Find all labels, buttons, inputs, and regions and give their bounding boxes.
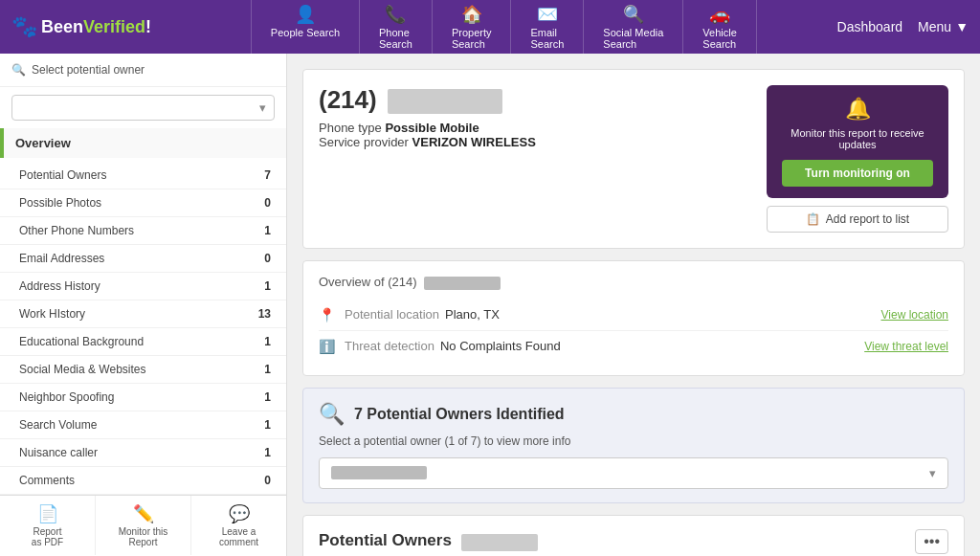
overview-label: Overview <box>15 136 71 150</box>
sidebar-item-email-addresses[interactable]: Email Addresses 0 <box>0 245 286 273</box>
email-icon: ✉️ <box>537 4 558 25</box>
phone-type-value: Possible Mobile <box>385 121 479 135</box>
sidebar-list: Potential Owners 7 Possible Photos 0 Oth… <box>0 162 286 495</box>
dashboard-link[interactable]: Dashboard <box>837 19 903 34</box>
nav-phone-label: PhoneSearch <box>379 27 412 50</box>
section-title-blur <box>461 534 538 551</box>
sidebar-item-count: 1 <box>264 335 271 348</box>
overview-title: Overview of (214) <box>319 275 948 290</box>
phone-type-row: Phone type Possible Mobile <box>319 121 536 135</box>
section-title: Potential Owners <box>319 531 452 549</box>
monitor-box: 🔔 Monitor this report to receive updates… <box>767 85 948 198</box>
sidebar-item-label: Address History <box>19 279 100 293</box>
phone-icon: 📞 <box>385 4 406 25</box>
location-value: Plano, TX <box>445 307 500 322</box>
sidebar-item-educational-background[interactable]: Educational Background 1 <box>0 328 286 356</box>
sidebar-item-count: 7 <box>264 168 271 182</box>
footer-pdf-label: Reportas PDF <box>32 526 63 547</box>
chevron-down-icon: ▾ <box>929 466 936 480</box>
sidebar-item-count: 0 <box>264 196 271 210</box>
footer-leave-comment[interactable]: 💬 Leave acomment <box>191 496 286 555</box>
nav-social-search[interactable]: 🔍 Social MediaSearch <box>584 0 683 56</box>
po-subtitle: Select a potential owner (1 of 7) to vie… <box>319 434 948 448</box>
section-header: Potential Owners ••• <box>319 529 948 554</box>
nav-phone-search[interactable]: 📞 PhoneSearch <box>360 0 433 56</box>
top-navigation: 🐾 BeenVerified! 👤 People Search 📞 PhoneS… <box>0 0 980 54</box>
phone-number: (214) <box>319 85 536 115</box>
phone-provider-row: Service provider VERIZON WIRELESS <box>319 135 536 149</box>
logo-been: Been <box>41 17 83 37</box>
sidebar-item-work-history[interactable]: Work HIstory 13 <box>0 300 286 328</box>
sidebar-item-count: 0 <box>264 474 271 487</box>
nav-right: Dashboard Menu ▼ <box>837 19 969 34</box>
sidebar-item-label: Possible Photos <box>19 196 101 210</box>
overview-card: Overview of (214) 📍 Potential location P… <box>302 260 965 376</box>
monitor-text: Monitor this report to receive updates <box>782 127 933 150</box>
po-title: 7 Potential Owners Identified <box>354 406 565 423</box>
sidebar-item-label: Search Volume <box>19 418 97 432</box>
footer-report-pdf[interactable]: 📄 Reportas PDF <box>0 496 96 555</box>
nav-email-search[interactable]: ✉️ EmailSearch <box>511 0 584 56</box>
monitor-icon: ✏️ <box>133 503 154 524</box>
sidebar-item-count: 1 <box>264 224 271 237</box>
select-owner-dropdown[interactable]: ▾ <box>11 95 275 121</box>
view-location-link[interactable]: View location <box>881 308 949 322</box>
people-icon: 👤 <box>295 4 316 25</box>
location-row: 📍 Potential location Plano, TX View loca… <box>319 300 948 331</box>
sidebar-item-potential-owners[interactable]: Potential Owners 7 <box>0 162 286 189</box>
section-title-group: Potential Owners <box>319 531 538 551</box>
potential-owners-box: 🔍 7 Potential Owners Identified Select a… <box>302 388 965 503</box>
sidebar-item-label: Social Media & Websites <box>19 363 146 376</box>
sidebar-item-neighbor-spoofing[interactable]: Neighbor Spoofing 1 <box>0 384 286 411</box>
potential-owners-section: Potential Owners ••• 👤 Search person <box>302 515 965 556</box>
sidebar-item-other-phones[interactable]: Other Phone Numbers 1 <box>0 217 286 245</box>
sidebar-item-count: 13 <box>258 307 271 321</box>
sidebar-item-search-volume[interactable]: Search Volume 1 <box>0 411 286 439</box>
overview-blur <box>424 277 501 290</box>
sidebar-item-possible-photos[interactable]: Possible Photos 0 <box>0 189 286 217</box>
sidebar-item-label: Nuisance caller <box>19 446 98 459</box>
sidebar-item-count: 1 <box>264 446 271 459</box>
nav-property-label: PropertySearch <box>452 27 492 50</box>
phone-type-label: Phone type <box>319 121 382 135</box>
nav-people-label: People Search <box>271 27 340 38</box>
sidebar-footer: 📄 Reportas PDF ✏️ Monitor thisReport 💬 L… <box>0 495 286 555</box>
sidebar-item-address-history[interactable]: Address History 1 <box>0 273 286 300</box>
info-icon: ℹ️ <box>319 339 335 354</box>
search-icon: 🔍 <box>11 63 26 77</box>
turn-monitoring-on-button[interactable]: Turn monitoring on <box>782 160 933 187</box>
sidebar-item-label: Educational Background <box>19 335 144 348</box>
sidebar-item-count: 1 <box>264 279 271 293</box>
sidebar-item-comments[interactable]: Comments 0 <box>0 467 286 495</box>
owner-select-dropdown[interactable]: ▾ <box>319 457 948 489</box>
nav-social-label: Social MediaSearch <box>603 27 663 50</box>
add-report-label: Add report to list <box>826 212 909 226</box>
view-threat-link[interactable]: View threat level <box>864 340 948 353</box>
sidebar-item-count: 1 <box>264 363 271 376</box>
logo: 🐾 BeenVerified! <box>11 14 151 39</box>
phone-header-card: (214) Phone type Possible Mobile Service… <box>302 69 965 249</box>
nav-vehicle-label: VehicleSearch <box>702 27 736 50</box>
phone-prefix: (214) <box>319 85 377 114</box>
sidebar-item-label: Neighbor Spoofing <box>19 390 114 404</box>
more-options-button[interactable]: ••• <box>915 529 948 554</box>
logo-verified: Verified <box>83 17 145 37</box>
add-report-button[interactable]: 📋 Add report to list <box>767 206 948 233</box>
sidebar-item-nuisance-caller[interactable]: Nuisance caller 1 <box>0 439 286 467</box>
sidebar-item-count: 1 <box>264 390 271 404</box>
sidebar-item-count: 0 <box>264 252 271 265</box>
chevron-down-icon: ▾ <box>259 100 266 115</box>
sidebar-item-label: Potential Owners <box>19 168 106 182</box>
comment-icon: 💬 <box>229 503 250 524</box>
main-layout: 🔍 Select potential owner ▾ Overview Pote… <box>0 54 980 556</box>
menu-button[interactable]: Menu ▼ <box>918 19 969 34</box>
logo-icon: 🐾 <box>11 14 37 39</box>
sidebar-item-social-media[interactable]: Social Media & Websites 1 <box>0 356 286 384</box>
nav-vehicle-search[interactable]: 🚗 VehicleSearch <box>683 0 756 56</box>
nav-people-search[interactable]: 👤 People Search <box>251 0 360 56</box>
sidebar-overview[interactable]: Overview <box>0 128 286 158</box>
footer-monitor-report[interactable]: ✏️ Monitor thisReport <box>96 496 191 555</box>
nav-property-search[interactable]: 🏠 PropertySearch <box>433 0 512 56</box>
footer-monitor-label: Monitor thisReport <box>119 526 168 547</box>
sidebar-item-count: 1 <box>264 418 271 432</box>
